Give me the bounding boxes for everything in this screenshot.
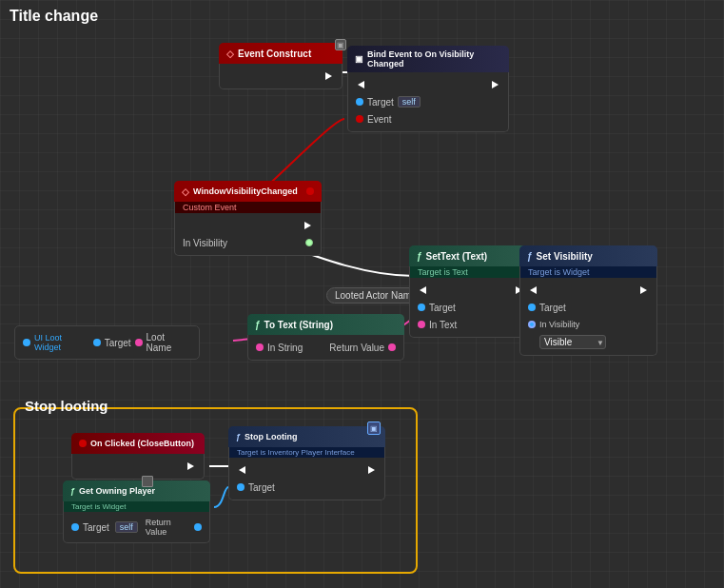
- node-set-text: ƒ SetText (Text) Target is Text Target I…: [409, 245, 533, 338]
- target-in-pin: [418, 304, 425, 311]
- target-pin: [237, 483, 245, 491]
- func-icon4: ƒ: [236, 432, 241, 441]
- junction-node: [142, 476, 153, 487]
- self-badge2: self: [115, 521, 138, 533]
- target-out-pin: [93, 339, 101, 346]
- bind-event-target-row: Target self: [348, 93, 508, 110]
- node-on-clicked: On Clicked (CloseButton): [71, 433, 205, 480]
- blueprint-canvas: Title change ◇ Event Construct ▣ ▣ Bind …: [0, 0, 724, 588]
- func-icon: ƒ: [417, 251, 422, 262]
- bind-event-event-row: Event: [348, 110, 508, 127]
- node-event-construct: ◇ Event Construct ▣: [219, 43, 342, 89]
- to-text-header: ƒ To Text (String): [247, 314, 404, 335]
- custom-event-label: Custom Event: [174, 202, 322, 213]
- set-text-sub: Target is Text: [409, 266, 533, 278]
- window-visibility-header: ◇ WindowVisibilityChanged: [174, 181, 322, 202]
- set-text-header: ƒ SetText (Text): [409, 245, 533, 266]
- func-icon5: ƒ: [70, 486, 75, 496]
- bind-event-exec-in: [348, 76, 508, 93]
- stop-looting-target: Target: [229, 479, 384, 496]
- get-owning-header: ƒ Get Owning Player: [63, 480, 210, 501]
- get-owning-body: Target self Return Value: [63, 512, 210, 543]
- event-pin: [356, 115, 363, 123]
- event-construct-body: [219, 64, 342, 89]
- exec-in-pin: [418, 285, 427, 295]
- set-visibility-in-visibility: In Visibility: [520, 316, 656, 333]
- node-options-btn[interactable]: ▣: [335, 39, 346, 50]
- set-text-in-text: In Text: [410, 316, 532, 333]
- stop-looting-icon-btn[interactable]: ▣: [367, 421, 381, 435]
- node-window-visibility: ◇ WindowVisibilityChanged Custom Event I…: [174, 181, 322, 256]
- set-visibility-exec: [520, 282, 656, 299]
- in-string-pin: [256, 343, 264, 351]
- on-clicked-exec: [72, 458, 204, 475]
- in-visibility-row: In Visibility: [175, 234, 321, 251]
- set-visibility-header: ƒ Set Visibility: [519, 245, 657, 266]
- visibility-dropdown-wrapper[interactable]: Visible Hidden Collapsed ▼: [539, 335, 606, 349]
- func-icon2: ƒ: [527, 251, 533, 262]
- self-badge: self: [398, 96, 421, 108]
- looted-actor-label: Looted Actor Name: [335, 290, 417, 301]
- bind-event-icon: ▣: [355, 54, 363, 64]
- func-icon3: ƒ: [255, 320, 261, 330]
- set-visibility-body: Target In Visibility Visible Hidden Coll…: [519, 278, 657, 356]
- in-text-pin: [418, 321, 425, 328]
- node-set-visibility: ƒ Set Visibility Target is Widget Target…: [519, 245, 657, 356]
- ui-loot-left-pin: [23, 339, 30, 346]
- exec-out-pin: [639, 285, 649, 295]
- red-dot: [306, 187, 314, 195]
- set-text-exec: [410, 282, 532, 299]
- to-text-in-string: In String Return Value: [248, 339, 403, 356]
- return-pin: [388, 343, 396, 351]
- to-text-body: In String Return Value: [247, 335, 404, 361]
- bind-event-header: ▣ Bind Event to On Visibility Changed: [347, 46, 509, 72]
- set-visibility-dropdown-row: Visible Hidden Collapsed ▼: [520, 333, 656, 351]
- on-clicked-body: [71, 454, 205, 480]
- set-text-target: Target: [410, 299, 532, 316]
- exec-out-pin: [186, 461, 196, 471]
- exec-out-pin: [303, 221, 313, 230]
- in-visibility-pin: [305, 239, 313, 246]
- visibility-dropdown[interactable]: Visible Hidden Collapsed: [539, 335, 606, 349]
- exec-in-pin: [528, 285, 538, 295]
- node-stop-looting: ▣ ƒ Stop Looting Target is Inventory Pla…: [228, 426, 385, 500]
- get-owning-sub: Target is Widget: [63, 501, 210, 512]
- exec-out-pin: [367, 465, 377, 475]
- exec-in-pin: [237, 465, 246, 475]
- target-pin: [356, 98, 363, 106]
- loot-name-out-pin: [135, 339, 143, 346]
- exec-out-pin: [491, 80, 500, 89]
- window-visibility-body: In Visibility: [174, 213, 322, 256]
- exec-out-pin: [324, 71, 334, 81]
- node-bind-event: ▣ Bind Event to On Visibility Changed Ta…: [347, 46, 509, 132]
- window-visibility-exec: [175, 217, 321, 234]
- stop-looting-header: ƒ Stop Looting: [228, 426, 385, 447]
- bind-event-body: Target self Event: [347, 72, 509, 132]
- ui-loot-body: UI Loot Widget Target Loot Name: [14, 325, 200, 360]
- set-visibility-sub: Target is Widget: [519, 266, 657, 278]
- stop-looting-label: Stop looting: [25, 398, 108, 414]
- target-pin: [528, 304, 536, 311]
- set-text-body: Target In Text: [409, 278, 533, 338]
- stop-looting-body: Target: [228, 458, 385, 500]
- title-change-label: Title change: [10, 8, 98, 25]
- in-visibility-pin: [528, 321, 536, 328]
- node-ui-loot-widget: UI Loot Widget Target Loot Name: [14, 325, 200, 360]
- node-to-text: ƒ To Text (String) In String Return Valu…: [247, 314, 404, 361]
- exec-in-pin: [356, 80, 365, 89]
- target-in-pin: [71, 523, 79, 531]
- diamond-icon2: ◇: [182, 186, 189, 197]
- stop-looting-exec: [229, 461, 384, 479]
- get-owning-target: Target self Return Value: [64, 516, 209, 539]
- event-construct-header: ◇ Event Construct: [219, 43, 342, 64]
- node-get-owning-player: ƒ Get Owning Player Target is Widget Tar…: [63, 480, 210, 543]
- set-visibility-target: Target: [520, 299, 656, 316]
- on-clicked-red-dot: [79, 440, 87, 447]
- stop-looting-sub: Target is Inventory Player Interface: [228, 447, 385, 458]
- on-clicked-header: On Clicked (CloseButton): [71, 433, 205, 454]
- diamond-icon: ◇: [226, 49, 234, 59]
- return-pin: [194, 523, 202, 531]
- ui-loot-widget-row: UI Loot Widget Target Loot Name: [15, 330, 199, 355]
- event-construct-exec-row: [220, 68, 342, 85]
